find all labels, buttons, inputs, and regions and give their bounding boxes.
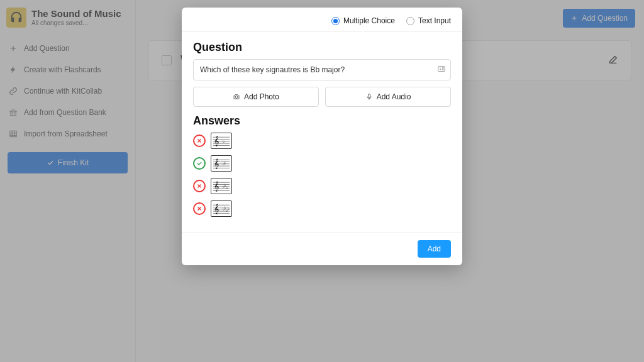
svg-text:𝄞: 𝄞 <box>214 136 219 147</box>
answers-heading: Answers <box>193 114 451 128</box>
svg-text:♭: ♭ <box>226 185 228 190</box>
add-audio-button[interactable]: Add Audio <box>325 87 451 107</box>
svg-text:𝄞: 𝄞 <box>214 181 219 192</box>
x-icon <box>196 206 203 212</box>
mark-incorrect-button[interactable] <box>193 202 206 215</box>
answer-image-thumbnail[interactable]: 𝄞 ♭♭♭ <box>211 178 232 194</box>
svg-text:♭: ♭ <box>224 160 226 165</box>
answer-image-thumbnail[interactable]: 𝄞 ♭♭ <box>211 155 232 172</box>
answer-row: 𝄞 ♭♭♭♭ <box>193 200 451 217</box>
question-editor-modal: Multiple Choice Text Input Question Add … <box>182 8 462 265</box>
svg-text:𝄞: 𝄞 <box>214 204 219 215</box>
svg-text:♭: ♭ <box>223 139 225 143</box>
mark-incorrect-button[interactable] <box>193 134 206 147</box>
svg-text:♭: ♭ <box>228 206 230 211</box>
add-audio-label: Add Audio <box>377 92 411 101</box>
radio-icon <box>331 17 340 25</box>
answer-row: 𝄞 ♭♭♭ <box>193 178 451 194</box>
modal-footer: Add <box>182 232 462 265</box>
modal-overlay[interactable]: Multiple Choice Text Input Question Add … <box>0 0 644 362</box>
type-label: Multiple Choice <box>343 16 395 25</box>
mark-correct-button[interactable] <box>193 157 206 170</box>
answer-image-thumbnail[interactable]: 𝄞 ♭ <box>211 133 232 149</box>
answer-row: 𝄞 ♭ <box>193 133 451 149</box>
x-icon <box>196 138 203 144</box>
mark-incorrect-button[interactable] <box>193 180 206 192</box>
answer-type-tabs: Multiple Choice Text Input <box>182 8 462 32</box>
equation-icon[interactable] <box>437 65 446 75</box>
svg-rect-0 <box>438 66 445 71</box>
type-label: Text Input <box>418 16 451 25</box>
add-photo-label: Add Photo <box>244 92 279 101</box>
type-text-input[interactable]: Text Input <box>406 16 451 25</box>
mic-icon <box>365 93 373 101</box>
type-multiple-choice[interactable]: Multiple Choice <box>331 16 395 25</box>
answer-row: 𝄞 ♭♭ <box>193 155 451 172</box>
answer-image-thumbnail[interactable]: 𝄞 ♭♭♭♭ <box>211 200 232 217</box>
add-button[interactable]: Add <box>418 240 451 258</box>
radio-icon <box>406 17 414 25</box>
question-heading: Question <box>193 41 451 54</box>
x-icon <box>196 183 203 189</box>
svg-text:𝄞: 𝄞 <box>214 158 219 170</box>
question-text-input[interactable] <box>193 59 451 80</box>
add-photo-button[interactable]: Add Photo <box>193 87 319 107</box>
camera-icon <box>233 93 240 101</box>
check-icon <box>196 160 203 167</box>
